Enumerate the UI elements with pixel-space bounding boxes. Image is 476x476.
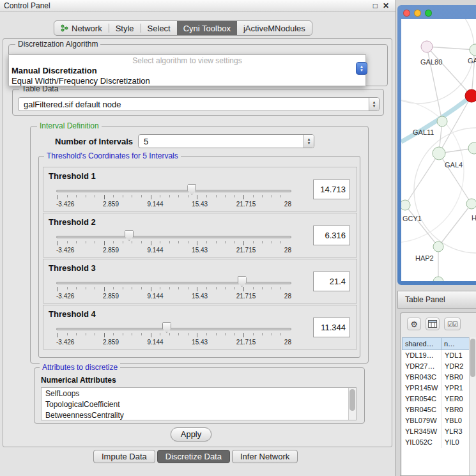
node[interactable] (433, 277, 443, 281)
threshold-2-panel: Threshold 2 -3.426 2.859 9.144 15.43 21.… (43, 213, 357, 257)
tab-discretize-data[interactable]: Discretize Data (157, 450, 230, 463)
node-label: GCY1 (403, 215, 422, 222)
node-label: H (472, 214, 476, 222)
tab-select[interactable]: Select (141, 21, 177, 35)
scale-tick-label: 15.43 (192, 339, 208, 346)
slider-thumb[interactable] (162, 322, 171, 333)
table-data-combobox[interactable]: galFiltered.sif default node ▴▾ (18, 97, 380, 111)
column-header-name[interactable]: n… (441, 337, 470, 350)
node-label: HAP2 (415, 254, 434, 262)
algorithm-option-equal-width[interactable]: Equal Width/Frequency Discretization (9, 75, 365, 86)
node-gal4[interactable] (433, 147, 445, 160)
tab-impute-data[interactable]: Impute Data (93, 450, 155, 463)
scale-tick-label: 9.144 (148, 201, 164, 208)
select-columns-icon[interactable]: ☑☑ (444, 318, 461, 330)
table-row[interactable]: YER054CYER0 (402, 394, 470, 404)
node[interactable] (468, 142, 476, 154)
network-graph: GAL80 GA GAL11 GAL4 GCY1 H HAP2 (401, 19, 476, 281)
combo-stepper-icon: ▴▾ (303, 135, 314, 148)
slider-thumb[interactable] (238, 276, 247, 287)
node[interactable] (466, 199, 476, 209)
scale-tick-label: 15.43 (192, 293, 208, 300)
cell: YLR3 (441, 426, 470, 437)
maximize-icon[interactable]: □ (373, 0, 378, 12)
tab-cyni-label: Cyni Toolbox (183, 24, 231, 33)
table-row[interactable]: YPR145WYPR1 (402, 383, 470, 394)
table-panel-window: ⚙ ☑☑ shared… n… YDL19…YDL1 YDR27…YDR2 YB… (400, 312, 476, 476)
table-row[interactable]: YDL19…YDL1 (402, 350, 470, 361)
table-row[interactable]: YLR345WYLR3 (402, 426, 470, 437)
scale-tick-label: 2.859 (103, 293, 119, 300)
numerical-attributes-label: Numerical Attributes (41, 376, 116, 385)
table-row[interactable]: YDR27…YDR2 (402, 361, 470, 372)
slider-track (56, 328, 291, 330)
control-panel-window: Control Panel □ ✕ Network Style Select (0, 0, 396, 476)
tab-network[interactable]: Network (54, 21, 109, 35)
scale-tick-label: 2.859 (103, 201, 119, 208)
node-gal11[interactable] (437, 116, 447, 127)
slider-thumb[interactable] (125, 230, 134, 241)
threshold-3-value-field[interactable]: 21.4 (313, 272, 350, 291)
zoom-traffic-icon[interactable] (425, 10, 432, 17)
tab-style[interactable]: Style (109, 21, 141, 35)
table-panel-header[interactable]: Table Panel (397, 291, 476, 309)
slider-ticks (58, 241, 290, 245)
cell: YLR345W (402, 426, 441, 437)
cell: YER054C (402, 394, 441, 404)
node-gal80[interactable] (421, 41, 433, 52)
close-traffic-icon[interactable] (403, 10, 410, 17)
node[interactable] (470, 44, 476, 56)
scale-tick-label: 21.715 (236, 201, 256, 208)
list-item[interactable]: SelfLoops (42, 388, 356, 399)
threshold-3-slider[interactable]: -3.426 2.859 9.144 15.43 21.715 28 (56, 276, 291, 302)
threshold-1-value-field[interactable]: 14.713 (313, 180, 350, 199)
minimize-traffic-icon[interactable] (414, 10, 421, 17)
tab-cyni-toolbox[interactable]: Cyni Toolbox (177, 21, 237, 35)
table-scrollbar[interactable] (469, 337, 476, 475)
attributes-scrollbar[interactable] (348, 388, 356, 420)
cell: YBR045C (402, 404, 441, 415)
cell: YDR2 (441, 361, 470, 372)
slider-thumb[interactable] (187, 184, 196, 195)
threshold-4-slider[interactable]: -3.426 2.859 9.144 15.43 21.715 28 (56, 322, 291, 348)
table-rows: YDL19…YDL1 YDR27…YDR2 YBR043CYBR0 YPR145… (402, 350, 470, 475)
table-row[interactable]: YBR043CYBR0 (402, 372, 470, 383)
threshold-1-slider[interactable]: -3.426 2.859 9.144 15.43 21.715 28 (56, 184, 291, 210)
threshold-4-value-field[interactable]: 11.344 (313, 318, 350, 337)
list-item[interactable]: TopologicalCoefficient (42, 399, 356, 410)
tab-infer-network[interactable]: Infer Network (232, 450, 298, 463)
tab-jactivemnodules[interactable]: jActiveMNodules (237, 21, 312, 35)
node-hap2[interactable] (433, 242, 443, 252)
close-icon[interactable]: ✕ (383, 0, 389, 12)
algorithm-combo-stepper[interactable]: ▲ ▼ (356, 62, 367, 75)
slider-track (56, 236, 291, 238)
node-gcy1[interactable] (401, 200, 410, 210)
chevron-down-icon: ▼ (360, 68, 364, 72)
gear-icon[interactable]: ⚙ (407, 318, 421, 330)
algorithm-option-manual[interactable]: Manual Discretization (9, 65, 365, 75)
selected-red-node[interactable] (465, 89, 476, 102)
numerical-attributes-list[interactable]: SelfLoops TopologicalCoefficient Between… (41, 387, 357, 420)
network-icon (61, 24, 68, 32)
table-row[interactable]: YIL052CYIL0 (402, 437, 470, 448)
scale-tick-label: -3.426 (56, 293, 74, 300)
list-item[interactable]: BetweennessCentrality (42, 410, 356, 420)
column-header-shared[interactable]: shared… (402, 337, 441, 350)
network-canvas[interactable]: GAL80 GA GAL11 GAL4 GCY1 H HAP2 (401, 19, 476, 281)
columns-icon[interactable] (426, 318, 440, 330)
threshold-2-slider[interactable]: -3.426 2.859 9.144 15.43 21.715 28 (56, 230, 291, 256)
tab-style-label: Style (116, 24, 134, 33)
thresholds-group: Threshold's Coordinates for 5 Intervals … (38, 156, 360, 358)
scale-tick-label: 28 (284, 201, 291, 208)
slider-ticks (58, 333, 290, 337)
table-row[interactable]: YBL079WYBL0 (402, 415, 470, 426)
cell: YDL1 (441, 350, 470, 361)
scrollbar-thumb[interactable] (349, 389, 355, 411)
scale-tick-label: 15.43 (192, 201, 208, 208)
threshold-2-value-field[interactable]: 6.316 (313, 226, 350, 245)
number-of-intervals-combobox[interactable]: 5 ▴▾ (138, 134, 314, 148)
table-row[interactable]: YBR045CYBR0 (402, 404, 470, 415)
apply-button[interactable]: Apply (171, 427, 211, 441)
cell: YBR0 (441, 404, 470, 415)
scrollbar-thumb[interactable] (470, 339, 475, 377)
